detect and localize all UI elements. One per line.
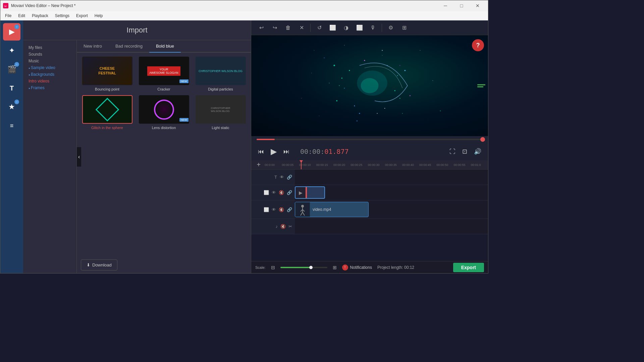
- filters-badge: !: [14, 100, 19, 104]
- svg-point-16: [394, 90, 395, 91]
- track-fx-link[interactable]: 🔗: [286, 189, 293, 196]
- toolbar-separator-2: [382, 24, 382, 32]
- pip-button[interactable]: ⬜: [354, 22, 366, 33]
- scale-track[interactable]: [280, 267, 327, 268]
- progress-track[interactable]: [257, 139, 483, 140]
- volume-button[interactable]: 🔊: [473, 146, 483, 157]
- track-title-icon[interactable]: T: [274, 174, 278, 180]
- help-button[interactable]: ?: [472, 39, 484, 51]
- settings-button[interactable]: ⚙: [385, 22, 397, 33]
- export-button[interactable]: Export: [453, 263, 484, 272]
- list-icon: ≡: [10, 122, 14, 129]
- track-audio-mute[interactable]: 🔇: [280, 223, 286, 230]
- fit-button[interactable]: ⊡: [461, 146, 469, 157]
- track-audio-icon[interactable]: ♪: [275, 223, 279, 230]
- skip-forward-button[interactable]: ⏭: [282, 147, 291, 157]
- add-track-button[interactable]: +: [254, 160, 263, 170]
- track-controls-fx: ⬜ 👁 🔇 🔗: [251, 185, 295, 200]
- label-lens: Lens distortion: [152, 126, 176, 130]
- nav-myfiles[interactable]: My files: [27, 44, 72, 51]
- clip-intro[interactable]: ▶: [295, 186, 325, 199]
- download-label: Download: [92, 262, 112, 267]
- clip-main[interactable]: video.mp4: [295, 202, 369, 217]
- preview-video: ?: [251, 35, 488, 136]
- tab-boldblue[interactable]: Bold blue: [149, 40, 181, 53]
- skip-back-button[interactable]: ⏮: [257, 147, 265, 157]
- grid-item-bouncing[interactable]: CHEESEFESTIVAL Bouncing point: [81, 57, 133, 91]
- track-video-mute[interactable]: 🔇: [278, 206, 285, 213]
- nav-backgrounds[interactable]: Backgrounds: [27, 71, 72, 78]
- color-button[interactable]: ◑: [340, 22, 352, 33]
- menu-edit[interactable]: Edit: [15, 12, 29, 19]
- scale-max-button[interactable]: ⊞: [333, 265, 337, 270]
- tool-filters[interactable]: ★ !: [3, 98, 20, 116]
- track-fx-mute[interactable]: 🔇: [278, 189, 285, 196]
- delete-button[interactable]: 🗑: [282, 22, 294, 33]
- scroll-left-button[interactable]: ‹: [77, 147, 81, 167]
- track-title-link[interactable]: 🔗: [286, 174, 293, 180]
- time-prefix: 00:00:: [300, 147, 324, 156]
- cut-button[interactable]: ✕: [296, 22, 308, 33]
- menu-export[interactable]: Export: [73, 12, 91, 19]
- nav-samplevideo[interactable]: Sample video: [27, 64, 72, 71]
- label-cracker: Cracker: [157, 87, 170, 91]
- tool-media[interactable]: ▶ !: [3, 23, 20, 41]
- project-length-label: Project length: 00:12: [377, 265, 414, 270]
- grid-item-lens[interactable]: NEW Lens distortion: [138, 95, 190, 130]
- track-video-icon[interactable]: ⬜: [263, 206, 270, 213]
- clip-intro-thumb: ▶: [296, 187, 306, 198]
- nav-sounds[interactable]: Sounds: [27, 51, 72, 58]
- nav-introvideos[interactable]: Intro videos: [27, 78, 72, 84]
- track-video-link[interactable]: 🔗: [286, 206, 293, 213]
- grid-item-static[interactable]: CHRISTOPHERWILSON BLOG Light static: [194, 95, 247, 130]
- scale-min-button[interactable]: ⊟: [271, 265, 275, 270]
- import-grid-area: CHEESEFESTIVAL Bouncing point YOURAWESOM…: [77, 53, 251, 257]
- audio-button[interactable]: 🎙: [367, 22, 379, 33]
- ruler-mark-0: 00:0:00: [265, 163, 282, 167]
- track-video-visible[interactable]: 👁: [271, 206, 277, 213]
- new-badge-cracker: NEW: [179, 79, 189, 83]
- close-button[interactable]: ✕: [470, 0, 485, 11]
- grid-item-cracker[interactable]: YOURAWESOME SLOGAN NEW Cracker: [138, 57, 190, 91]
- grid-item-glitch[interactable]: Glitch in the sphere: [81, 95, 133, 130]
- tool-fx[interactable]: ✦: [3, 42, 20, 59]
- window-title: Movavi Video Editor – New Project *: [11, 3, 435, 8]
- menu-file[interactable]: File: [2, 12, 15, 19]
- grid-item-digital[interactable]: CHRISTOPHER WILSON BLOG Digital particle…: [194, 57, 247, 91]
- grid-button[interactable]: ⊞: [398, 22, 410, 33]
- thumb-lens: NEW: [139, 95, 189, 124]
- maximize-button[interactable]: □: [454, 0, 469, 11]
- undo-button[interactable]: ↩: [255, 22, 267, 33]
- menu-help[interactable]: Help: [91, 12, 106, 19]
- notifications-button[interactable]: ! Notifications: [342, 264, 372, 270]
- tab-badrecording[interactable]: Bad recording: [109, 40, 149, 53]
- eq-bar-2: [477, 86, 483, 87]
- menu-settings[interactable]: Settings: [52, 12, 73, 19]
- fullscreen-button[interactable]: ⛶: [448, 147, 457, 157]
- track-audio-scissors[interactable]: ✂: [288, 223, 293, 230]
- tab-bar: New intro Bad recording Bold blue: [77, 40, 251, 53]
- track-title-visible[interactable]: 👁: [279, 174, 285, 180]
- crop-button[interactable]: ⬜: [327, 22, 339, 33]
- track-fx-visible[interactable]: 👁: [271, 189, 277, 196]
- redo-button[interactable]: ↪: [269, 22, 281, 33]
- minimize-button[interactable]: ─: [438, 0, 453, 11]
- nav-music[interactable]: Music: [27, 58, 72, 64]
- progress-bar-area: [251, 136, 488, 143]
- ruler-mark-10: 00:00:10: [299, 163, 316, 167]
- download-button[interactable]: ⬇ Download: [81, 259, 117, 270]
- timeline-area: + 00:0:00 00:00:05 00:00:10 00:00:15 00:…: [251, 160, 488, 261]
- track-fx-icon[interactable]: ⬜: [263, 189, 270, 196]
- tool-list[interactable]: ≡: [3, 117, 20, 134]
- rotate-button[interactable]: ↺: [313, 22, 325, 33]
- nav-frames[interactable]: Frames: [27, 84, 72, 91]
- menu-playback[interactable]: Playback: [29, 12, 52, 19]
- import-title: Import: [23, 20, 251, 40]
- svg-point-25: [399, 98, 400, 99]
- progress-fill: [257, 139, 275, 140]
- tool-titles[interactable]: T: [3, 79, 20, 97]
- tool-transitions[interactable]: 🎬 !: [3, 61, 20, 78]
- tab-newintro[interactable]: New intro: [77, 40, 109, 53]
- playhead: [301, 160, 302, 169]
- play-button[interactable]: ▶: [269, 145, 278, 158]
